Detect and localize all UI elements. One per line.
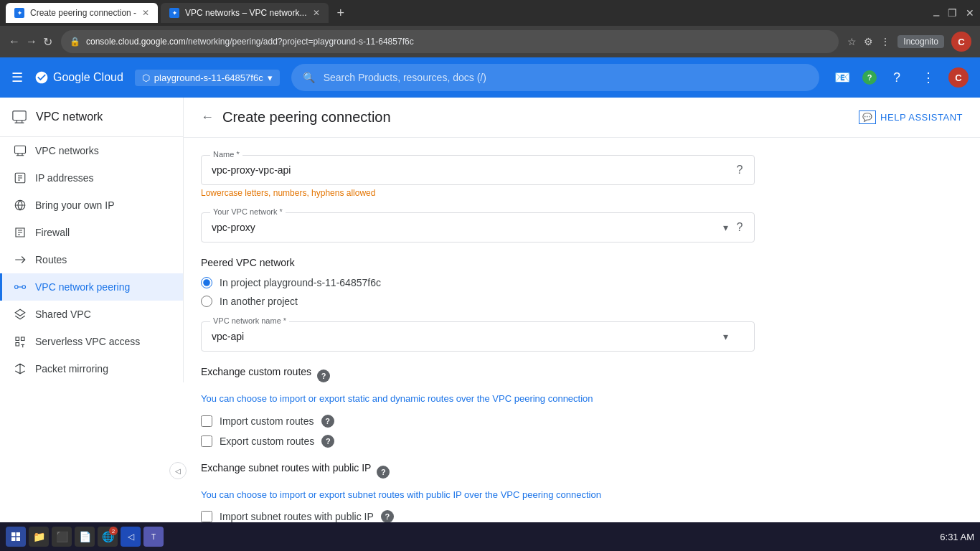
name-help-icon[interactable]: ? <box>732 163 747 177</box>
help-assistant-icon: 💬 <box>859 110 877 124</box>
firewall-icon <box>14 226 27 239</box>
export-custom-routes-label: Export custom routes <box>220 435 314 447</box>
notifications-icon[interactable]: 📧 <box>831 66 854 89</box>
exchange-subnet-routes-title: Exchange subnet routes with public IP <box>201 462 371 474</box>
radio-in-project-input[interactable] <box>201 277 212 288</box>
vpc-network-peering-icon <box>14 281 27 293</box>
sidebar-item-firewall[interactable]: Firewall <box>0 219 183 246</box>
minimize-icon[interactable]: ⎽ <box>933 7 939 19</box>
radio-group: In project playground-s-11-64857f6c In a… <box>201 277 755 307</box>
incognito-badge: Incognito <box>897 35 944 48</box>
import-subnet-routes-checkbox-label[interactable]: Import subnet routes with public IP ? <box>201 510 755 522</box>
hamburger-menu[interactable]: ☰ <box>11 70 23 85</box>
import-custom-routes-checkbox[interactable] <box>201 415 212 427</box>
search-bar[interactable]: 🔍 Search Products, resources, docs (/) <box>291 64 819 91</box>
vpc-network-select[interactable]: vpc-proxy <box>202 213 754 242</box>
import-subnet-routes-help-icon[interactable]: ? <box>381 510 394 522</box>
vpc-network-name-container: VPC network name * vpc-api ▾ <box>201 321 755 352</box>
radio-another-project-input[interactable] <box>201 296 212 307</box>
sidebar-item-bring-your-own-ip-label: Bring your own IP <box>35 199 115 211</box>
sidebar-item-bring-your-own-ip[interactable]: Bring your own IP <box>0 192 183 219</box>
maximize-icon[interactable]: ❐ <box>948 7 957 19</box>
sidebar-item-packet-mirroring[interactable]: Packet mirroring <box>0 355 183 382</box>
exchange-subnet-routes-help-icon[interactable]: ? <box>377 466 390 479</box>
browser-actions: ☆ ⚙ ⋮ Incognito C <box>847 32 971 52</box>
packet-mirroring-icon <box>14 362 27 375</box>
star-icon[interactable]: ☆ <box>847 36 857 47</box>
import-custom-routes-checkbox-label[interactable]: Import custom routes ? <box>201 415 755 428</box>
address-bar[interactable]: 🔒 console.cloud.google.com/networking/pe… <box>61 30 839 53</box>
help-badge[interactable]: ? <box>862 70 877 85</box>
svg-point-4 <box>15 286 19 289</box>
import-subnet-routes-checkbox[interactable] <box>201 511 212 522</box>
sidebar-wrapper: VPC network VPC networks IP addresses Br… <box>0 98 184 522</box>
peered-vpc-title: Peered VPC network <box>201 257 755 268</box>
export-custom-routes-checkbox-label[interactable]: Export custom routes ? <box>201 435 755 448</box>
back-arrow[interactable]: ← <box>201 110 214 125</box>
back-nav-icon[interactable]: ← <box>9 35 20 49</box>
browser-addressbar: ← → ↻ 🔒 console.cloud.google.com/network… <box>0 26 980 57</box>
forward-nav-icon[interactable]: → <box>26 35 37 49</box>
import-subnet-routes-label: Import subnet routes with public IP <box>220 511 374 522</box>
topbar-avatar[interactable]: C <box>948 67 969 88</box>
tab-close-1[interactable]: ✕ <box>142 8 149 18</box>
exchange-custom-routes-header: Exchange custom routes ? <box>201 366 755 386</box>
import-custom-routes-help-icon[interactable]: ? <box>321 415 334 428</box>
project-icon: ⬡ <box>142 72 150 83</box>
exchange-custom-routes-help-icon[interactable]: ? <box>317 369 330 382</box>
sidebar: VPC network VPC networks IP addresses Br… <box>0 98 184 382</box>
help-assistant-button[interactable]: 💬 HELP ASSISTANT <box>859 110 963 124</box>
import-custom-routes-label: Import custom routes <box>220 415 314 427</box>
name-hint: Lowercase letters, numbers, hyphens allo… <box>201 188 755 198</box>
tab-inactive[interactable]: ✦ VPC networks – VPC network... ✕ <box>161 3 328 23</box>
export-custom-routes-help-icon[interactable]: ? <box>321 435 334 448</box>
sidebar-header-title: VPC network <box>36 110 103 123</box>
radio-another-project[interactable]: In another project <box>201 296 755 307</box>
more-options-icon[interactable]: ⋮ <box>917 66 940 89</box>
user-avatar[interactable]: C <box>951 32 971 52</box>
gcloud-logo-icon <box>34 70 49 85</box>
sidebar-item-shared-vpc[interactable]: Shared VPC <box>0 301 183 328</box>
vpc-network-help-icon[interactable]: ? <box>732 220 747 235</box>
sidebar-item-ip-addresses[interactable]: IP addresses <box>0 164 183 192</box>
help-icon[interactable]: ? <box>885 66 908 89</box>
name-field: Name * ? Lowercase letters, numbers, hyp… <box>201 155 755 198</box>
vpc-network-header-icon <box>11 109 27 125</box>
sidebar-item-serverless-vpc-access[interactable]: Serverless VPC access <box>0 328 183 355</box>
tab-close-2[interactable]: ✕ <box>313 8 320 18</box>
sidebar-collapse-button[interactable]: ◁ <box>169 462 187 479</box>
name-field-label: Name * <box>210 150 242 159</box>
window-controls: ⎽ ❐ ✕ <box>933 7 974 19</box>
radio-in-project[interactable]: In project playground-s-11-64857f6c <box>201 277 755 288</box>
sidebar-item-packet-mirroring-label: Packet mirroring <box>35 363 108 375</box>
exchange-subnet-routes-header: Exchange subnet routes with public IP ? <box>201 462 755 482</box>
svg-rect-1 <box>15 146 26 154</box>
close-icon[interactable]: ✕ <box>966 7 974 19</box>
tab-title-1: Create peering connection - <box>30 8 136 18</box>
new-tab-button[interactable]: + <box>331 6 351 21</box>
sidebar-item-firewall-label: Firewall <box>35 227 70 238</box>
reload-icon[interactable]: ↻ <box>43 35 52 49</box>
sidebar-item-vpc-networks[interactable]: VPC networks <box>0 137 183 164</box>
search-placeholder: Search Products, resources, docs (/) <box>324 72 486 83</box>
project-selector[interactable]: ⬡ playground-s-11-64857f6c ▾ <box>135 70 280 86</box>
peered-vpc-section: Peered VPC network In project playground… <box>201 257 755 307</box>
tab-active[interactable]: ✦ Create peering connection - ✕ <box>6 3 158 23</box>
sidebar-item-vpc-network-peering[interactable]: VPC network peering <box>0 273 183 301</box>
vpc-network-container: Your VPC network * vpc-proxy ▾ ? <box>201 212 755 242</box>
gcloud-logo[interactable]: Google Cloud <box>34 70 123 85</box>
menu-icon[interactable]: ⋮ <box>880 36 890 47</box>
radio-another-project-label: In another project <box>220 296 298 307</box>
vpc-networks-icon <box>14 144 27 157</box>
vpc-network-name-select[interactable]: vpc-api <box>202 322 754 351</box>
sidebar-header: VPC network <box>0 98 183 137</box>
shared-vpc-icon <box>14 308 27 321</box>
vpc-network-name-label: VPC network name * <box>210 316 289 325</box>
export-custom-routes-checkbox[interactable] <box>201 435 212 447</box>
sidebar-item-routes[interactable]: Routes <box>0 246 183 273</box>
help-assistant-label: HELP ASSISTANT <box>880 112 963 123</box>
radio-in-project-label: In project playground-s-11-64857f6c <box>220 277 381 288</box>
extensions-icon[interactable]: ⚙ <box>864 36 873 47</box>
exchange-subnet-routes-desc: You can choose to import or export subne… <box>201 488 755 502</box>
name-input[interactable] <box>202 156 754 184</box>
